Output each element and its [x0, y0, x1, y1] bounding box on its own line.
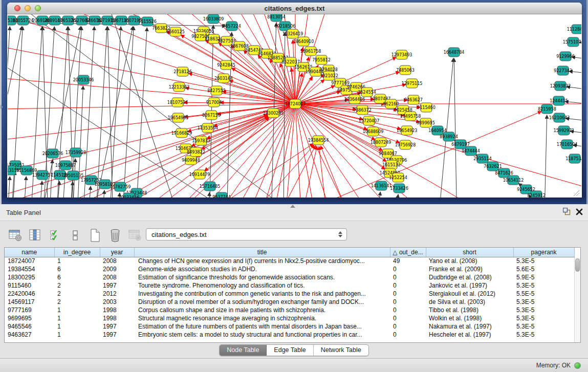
graph-node-label: 15716485: [200, 184, 221, 189]
graph-node-label: 17359928: [66, 150, 86, 155]
column-header-in_degree[interactable]: in_degree: [54, 248, 100, 257]
graph-node-label: 12975115: [402, 81, 423, 86]
graph-node-label: 16961758: [300, 49, 321, 54]
graph-node-label: 9409948: [182, 158, 200, 163]
network-canvas[interactable]: 1872400718300295193845542055381214055724…: [8, 14, 581, 198]
graph-node-label: 8522037: [281, 60, 300, 64]
window-resize-grip[interactable]: [573, 189, 580, 196]
table-row[interactable]: 1830029562008Estimation of significance …: [5, 273, 574, 281]
graph-node-label: 14055724: [13, 18, 34, 23]
graph-node-label: 19166829: [171, 131, 192, 136]
table-row[interactable]: 1872400712008Changes of HCN gene express…: [5, 257, 574, 265]
graph-node-label: 2718126: [173, 70, 192, 74]
graph-node-label: 9560125: [166, 30, 185, 34]
graph-node-label: 10975887: [55, 163, 76, 168]
graph-node-label: 17016504: [557, 142, 578, 147]
table-row[interactable]: 977716911998Corpus callosum shape and si…: [5, 306, 574, 314]
table-tab-group: Node TableEdge TableNetwork Table: [219, 344, 368, 356]
column-header-year[interactable]: year: [100, 248, 134, 257]
graph-node-label: 1562615: [294, 65, 313, 70]
table-panel-title: Table Panel: [6, 209, 41, 216]
graph-node-label: 9084067: [379, 151, 397, 156]
splitter-handle[interactable]: [290, 205, 295, 208]
graph-node-label: 9115460: [417, 105, 435, 110]
table-row[interactable]: 946554611997Estimation of the future num…: [5, 322, 574, 331]
graph-node-label: 9637744: [212, 195, 231, 198]
table-panel-header: Table Panel: [0, 204, 588, 221]
column-header-pagerank[interactable]: pagerank: [513, 248, 574, 257]
graph-node-label: 20033416: [119, 195, 140, 198]
table-row[interactable]: 2242004622012Investigating the contribut…: [5, 290, 574, 298]
graph-node-label: 16782759: [110, 185, 131, 189]
graph-node-label: 14136141: [371, 184, 392, 188]
table-tabs: Node TableEdge TableNetwork Table: [0, 344, 588, 356]
network-desktop: citations_edges.txt 18724007183002951938…: [0, 0, 588, 204]
node-table: namein_degreeyeartitle△ out_de...shortpa…: [4, 247, 581, 343]
graph-node-label: 8427552: [207, 89, 226, 93]
graph-node-label: 1597833: [192, 139, 210, 143]
new-document-icon[interactable]: [88, 228, 102, 243]
delete-table-icon: [128, 228, 142, 243]
graph-node-label: 18724007: [285, 102, 306, 106]
window-title: citations_edges.txt: [7, 5, 582, 12]
graph-node-label: 10654112: [503, 178, 524, 183]
table-header-row: namein_degreeyeartitle△ out_de...shortpa…: [5, 248, 574, 257]
graph-node-label: 15992971: [554, 128, 575, 133]
graph-node-label: 7515526: [138, 19, 157, 24]
column-header-out_de[interactable]: △ out_de...: [390, 248, 426, 257]
table-row[interactable]: 1456911722003Disruption of a novel membe…: [5, 298, 574, 306]
graph-node-label: 9899695: [417, 121, 435, 125]
graph-node-label: 8813054: [267, 15, 286, 19]
graph-node-label: 1244415: [550, 99, 568, 103]
table-row[interactable]: 969969511998Structural magnetic resonanc…: [5, 314, 574, 322]
graph-node-label: 11128490: [567, 27, 581, 32]
desktop-left-edge: [0, 0, 2, 204]
table-toolbar: f(x): [8, 227, 162, 244]
graph-node-label: 16648784: [444, 50, 465, 55]
table-selector-value: citations_edges.txt: [151, 231, 207, 238]
network-window-titlebar[interactable]: citations_edges.txt: [7, 3, 582, 14]
memory-status-label: Memory: OK: [536, 362, 571, 369]
table-scrollbar-thumb[interactable]: [575, 258, 580, 272]
table-selector-combo[interactable]: citations_edges.txt: [146, 228, 347, 240]
graph-node-label: 917004: [206, 100, 222, 105]
column-header-short[interactable]: short: [426, 248, 513, 257]
network-window[interactable]: citations_edges.txt 18724007183002951938…: [7, 3, 582, 198]
tab-edge-table[interactable]: Edge Table: [267, 345, 313, 356]
select-rows-icon[interactable]: [48, 228, 62, 243]
column-header-title[interactable]: title: [134, 248, 390, 257]
graph-node-label: 13942757: [32, 173, 53, 178]
table-settings-icon[interactable]: [8, 228, 23, 243]
graph-node-label: 9242845: [217, 63, 235, 68]
memory-status-icon[interactable]: [574, 362, 581, 369]
delete-icon[interactable]: [108, 228, 122, 243]
panel-collapse-arrow[interactable]: [1, 105, 3, 109]
graph-node-label: 1733426: [390, 186, 408, 191]
graph-node-label: 8493822: [187, 150, 205, 155]
graph-node-label: 8267150: [202, 113, 221, 118]
float-panel-icon[interactable]: [563, 208, 571, 215]
table-row[interactable]: 911546021997Tourette syndrome. Phenomeno…: [5, 281, 574, 290]
close-panel-icon[interactable]: [576, 208, 583, 215]
graph-node-label: 8215958: [538, 107, 556, 112]
graph-node-label: 9827508: [217, 39, 236, 43]
table-scrollbar[interactable]: [574, 257, 580, 342]
column-header-name[interactable]: name: [5, 248, 54, 257]
status-bar: Memory: OK: [0, 358, 588, 372]
graph-node-label: 9474444: [462, 149, 480, 154]
graph-node-label: 16033809: [203, 17, 224, 21]
graph-node-label: 8245912: [527, 193, 546, 198]
graph-node-label: 7386372: [353, 108, 372, 113]
tab-node-table[interactable]: Node Table: [220, 345, 267, 356]
table-row[interactable]: 1938455462009Genome-wide association stu…: [5, 265, 574, 273]
table-row[interactable]: 946362711997Embryonic stem cells: a mode…: [5, 331, 574, 339]
row-height-icon[interactable]: [68, 228, 82, 243]
graph-node-label: 18107534: [167, 100, 188, 105]
tab-network-table[interactable]: Network Table: [314, 345, 368, 356]
graph-node-label: 16210643: [549, 116, 570, 120]
show-columns-icon[interactable]: [28, 228, 42, 243]
graph-node-label: 12973493: [391, 53, 412, 57]
graph-node-label: 12213363: [169, 85, 190, 90]
graph-node-label: 12505135: [63, 173, 84, 178]
graph-node-label: 19756928: [395, 143, 416, 147]
